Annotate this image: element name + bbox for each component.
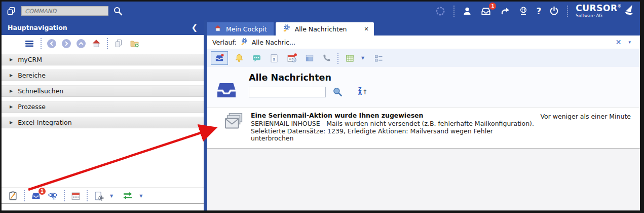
message-row[interactable]: Eine Serienmail-Aktion wurde Ihnen zugew… [207,108,640,148]
message-toolbar: ▼ [207,49,640,67]
home-icon[interactable] [91,39,101,49]
command-search-icon[interactable] [113,6,123,16]
sort-arrow: ↑ [362,88,368,96]
chevron-right-icon: ▶ [10,73,13,78]
tab-label: Alle Nachrichten [295,25,347,33]
page-title: Alle Nachrichten [249,73,368,83]
command-input[interactable] [21,6,108,16]
reminders-bell-icon[interactable] [233,52,245,64]
notifications-inbox-icon[interactable]: 1 [480,6,492,17]
help-icon[interactable]: ? [536,6,541,16]
user-icon[interactable] [462,6,472,16]
inbox-large-icon [216,73,237,101]
panel-divider[interactable] [204,20,207,211]
sync-icon[interactable] [122,191,134,201]
message-timestamp: Vor weniger als einer Minute [540,112,634,143]
inbox-messages-icon[interactable]: 1 [30,191,42,201]
app-window: 1 ? [0,0,644,213]
contact-document-icon[interactable] [268,52,280,64]
document-settings-icon[interactable] [93,191,104,201]
sidebar-title: Hauptnavigation [8,24,67,31]
topbar-divider [567,6,568,17]
chevron-right-icon: ▶ [10,104,13,109]
sidebar-bottom-strip [2,204,204,211]
chevron-down-icon[interactable]: ▼ [139,194,142,198]
sort-letter-a: A [358,92,362,96]
content-header: Alle Nachrichten Z [207,67,640,101]
tab-close-icon[interactable]: ✕ [364,26,369,32]
sailboat-icon [624,4,635,19]
chevron-down-icon[interactable]: ▼ [110,194,113,198]
sidebar-header: Hauptnavigation ❮ [2,20,204,35]
gear-arrow-icon [282,24,291,34]
watch-favorites-icon[interactable] [47,191,58,201]
chevron-down-icon[interactable]: ▼ [361,56,364,60]
history-dropdown-icon[interactable]: ▾ [628,40,631,45]
gear-arrow-icon [240,38,248,47]
sidebar-collapse-icon[interactable]: ❮ [191,24,198,31]
sidebar-toolbar-divider [41,38,42,49]
history-item[interactable]: Alle Nachric... [252,39,295,46]
modules-icon[interactable] [6,6,17,17]
web-remote-icon[interactable] [518,6,528,17]
sidebar-item-prozesse[interactable]: ▶ Prozesse [2,101,204,113]
history-label: Verlauf: [212,39,237,46]
brand-name: CURSOR® [576,3,622,13]
copy-icon[interactable] [113,39,124,49]
sidebar-toolbar [2,35,204,52]
main-panel: Mein Cockpit Alle Nachrichten ✕ [207,20,640,211]
tab-alle-nachrichten[interactable]: Alle Nachrichten ✕ [276,22,374,36]
message-text: Eine Serienmail-Aktion wurde Ihnen zugew… [251,112,534,143]
sidebar-item-label: Excel-Integration [18,119,72,126]
form-view-icon[interactable] [372,52,385,64]
search-icon[interactable] [332,86,343,97]
sidebar-item-label: Schnellsuchen [18,87,63,95]
chat-icon[interactable] [250,52,263,64]
sidebar-item-excel-integration[interactable]: ▶ Excel-Integration [2,117,204,128]
sidebar-toolbar-divider [107,38,108,49]
sidebar-item-mycrm[interactable]: ▶ myCRM [2,54,204,65]
tab-mein-cockpit[interactable]: Mein Cockpit [207,22,274,36]
tab-label: Mein Cockpit [226,25,267,33]
bottom-toolbar-divider [87,190,88,201]
sidebar-accordion: ▶ myCRM ▶ Bereiche ▶ Schnellsuchen ▶ Pro… [2,52,204,128]
topbar: 1 ? [2,2,640,20]
all-messages-icon[interactable] [211,51,228,65]
message-line2: Selektierte Datensätze: 1239, Erledigte … [251,128,534,143]
nav-back-icon[interactable] [47,39,56,48]
inbox-messages-badge: 1 [39,188,46,195]
power-icon[interactable] [549,6,559,16]
sidebar-item-label: Bereiche [18,72,46,79]
nav-forward-icon[interactable] [62,39,71,48]
sidebar-bottom-toolbar: 1 [2,188,204,204]
menu-hamburger-icon[interactable] [24,39,35,49]
tab-bar: Mein Cockpit Alle Nachrichten ✕ [207,20,640,36]
history-close-icon[interactable]: ✕ [616,38,622,46]
topbar-right: 1 ? [435,4,635,19]
bottom-toolbar-divider [24,190,25,201]
message-title: Eine Serienmail-Aktion wurde Ihnen zugew… [251,112,534,120]
notes-clipboard-icon[interactable] [8,191,18,201]
nav-up-icon[interactable] [77,39,86,48]
sidebar-item-schnellsuchen[interactable]: ▶ Schnellsuchen [2,85,204,97]
sort-icon[interactable]: Z A ↑ [358,88,368,95]
bottom-toolbar-divider [64,190,65,201]
topbar-divider [453,6,454,17]
calendar-icon[interactable] [70,191,81,201]
redo-arrow-icon[interactable] [500,6,511,16]
content-empty-area [207,149,640,211]
search-row: Z A ↑ [249,86,368,97]
sidebar-spacer [2,128,204,188]
message-line1: SERIENMAIL INHOUSE - Mails wurden nicht … [251,120,534,128]
message-search-input[interactable] [249,87,326,97]
phone-icon[interactable] [321,52,332,64]
calendar-clock-icon[interactable] [285,52,298,64]
folder-add-icon[interactable] [129,39,140,49]
chevron-right-icon: ▶ [10,89,13,93]
sidebar-item-bereiche[interactable]: ▶ Bereiche [2,69,204,81]
home-icon [214,24,222,34]
envelope-stack-icon [224,112,245,143]
sidebar-item-label: Prozesse [18,103,46,111]
panel-layout-icon[interactable] [304,52,316,64]
table-view-icon[interactable] [344,52,356,64]
